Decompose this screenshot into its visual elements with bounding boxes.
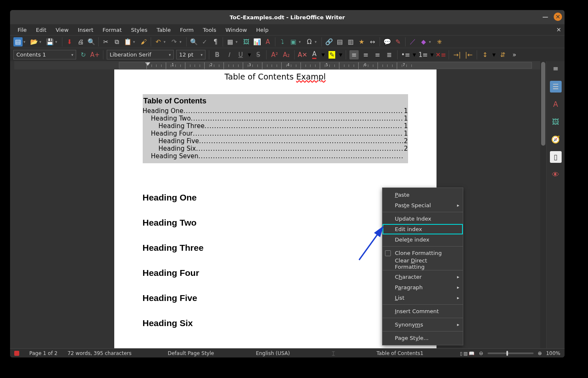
status-selection-mode[interactable]: ⌶ [332, 350, 335, 356]
endnote-icon[interactable]: ▥ [346, 37, 355, 46]
style-inspector-icon[interactable]: 👁 [550, 169, 562, 180]
line-spacing-icon[interactable]: ↕ [480, 50, 490, 59]
update-style-icon[interactable]: ↻ [79, 50, 88, 59]
context-menu-item[interactable]: Page Style... [383, 333, 463, 343]
toc-entry[interactable]: Heading One.............................… [143, 107, 408, 115]
context-menu-item[interactable]: Paragraph [383, 282, 463, 293]
context-menu-item[interactable]: Paste [383, 190, 463, 200]
para-spacing-icon[interactable]: ⇵ [498, 50, 507, 59]
formatting-marks-icon[interactable]: ¶ [211, 37, 220, 46]
menu-edit[interactable]: Edit [32, 26, 51, 34]
decrease-indent-icon[interactable]: |← [464, 50, 473, 59]
superscript-icon[interactable]: A² [270, 50, 279, 59]
body-heading[interactable]: Heading One [143, 193, 408, 203]
page-panel-icon[interactable]: ▯ [550, 151, 562, 163]
horizontal-ruler[interactable]: 1234567 [14, 61, 540, 69]
modified-icon[interactable] [14, 351, 19, 356]
dropdown-icon[interactable]: ▾ [180, 40, 184, 44]
body-heading[interactable]: Heading Four [143, 268, 408, 278]
menu-form[interactable]: Form [176, 26, 198, 34]
align-justify-icon[interactable]: ≣ [385, 50, 394, 59]
spellcheck-icon[interactable]: ✓ [200, 37, 209, 46]
line-icon[interactable]: ／ [408, 37, 417, 46]
save-icon[interactable]: 💾 [45, 37, 54, 46]
context-menu-item[interactable]: Character [383, 272, 463, 282]
context-menu-item[interactable]: Clone Formatting [383, 248, 463, 258]
redo-icon[interactable]: ↷ [169, 37, 179, 46]
context-menu-item[interactable]: Synonyms [383, 319, 463, 330]
dropdown-icon[interactable]: ▾ [299, 40, 303, 44]
body-heading[interactable]: Heading Five [143, 293, 408, 303]
indent-marker-icon[interactable] [145, 62, 150, 66]
document-scroll[interactable]: Table of Contents Exampl Table of Conten… [10, 69, 540, 348]
dropdown-icon[interactable]: ▾ [164, 40, 168, 44]
menu-insert[interactable]: Insert [74, 26, 98, 34]
styles-panel-icon[interactable]: A [550, 98, 562, 110]
hyperlink-icon[interactable]: 🔗 [324, 37, 334, 46]
print-preview-icon[interactable]: 🔍 [87, 37, 96, 46]
scrollbar-thumb[interactable] [541, 62, 545, 146]
dropdown-icon[interactable]: ▾ [23, 40, 28, 44]
context-menu-item[interactable]: Edit index [383, 224, 463, 234]
page-break-icon[interactable]: ⤵ [278, 37, 287, 46]
insert-chart-icon[interactable]: 📊 [252, 37, 262, 46]
clear-format-icon[interactable]: A✕ [298, 50, 307, 59]
context-menu-item[interactable]: Paste Special [383, 200, 463, 211]
align-center-icon[interactable]: ≡ [361, 50, 370, 59]
toc-entry[interactable]: Heading Six.............................… [143, 145, 408, 152]
toc-entry[interactable]: Heading Two.............................… [143, 115, 408, 122]
insert-textbox-icon[interactable]: A [263, 37, 272, 46]
menu-format[interactable]: Format [98, 26, 126, 34]
bookmark-icon[interactable]: ★ [357, 37, 366, 46]
bold-icon[interactable]: B [213, 50, 222, 59]
context-menu-item[interactable]: Update Index [383, 213, 463, 224]
track-changes-icon[interactable]: ✎ [393, 37, 403, 46]
zoom-thumb[interactable] [506, 351, 508, 356]
minimize-button[interactable]: — [541, 13, 549, 21]
zoom-slider[interactable] [488, 352, 534, 354]
highlight-icon[interactable]: ✎ [327, 50, 336, 59]
find-replace-icon[interactable]: 🔍 [189, 37, 198, 46]
body-heading[interactable]: Heading Six [143, 318, 408, 328]
special-char-icon[interactable]: Ω [305, 37, 314, 46]
status-page-style[interactable]: Default Page Style [168, 350, 214, 356]
dropdown-icon[interactable]: ▾ [133, 40, 137, 44]
context-menu-item[interactable]: Insert Comment [383, 306, 463, 316]
document-body[interactable]: Heading OneHeading TwoHeading ThreeHeadi… [143, 193, 408, 328]
gallery-panel-icon[interactable]: 🖼 [550, 116, 562, 128]
print-icon[interactable]: 🖨 [76, 37, 85, 46]
body-heading[interactable]: Heading Three [143, 243, 408, 253]
dropdown-icon[interactable]: ▾ [321, 51, 325, 59]
dropdown-icon[interactable]: ▾ [339, 51, 342, 59]
dropdown-icon[interactable]: ▾ [492, 51, 496, 59]
menu-table[interactable]: Table [152, 26, 175, 34]
dropdown-icon[interactable]: ▾ [315, 40, 319, 44]
strike-icon[interactable]: S [254, 50, 263, 59]
properties-panel-icon[interactable]: ☰ [550, 81, 562, 93]
toc-entry[interactable]: Heading Three...........................… [143, 122, 408, 130]
menu-file[interactable]: File [13, 26, 31, 34]
paragraph-style-combo[interactable]: Contents 1 ▾ [13, 50, 76, 59]
basic-shapes-icon[interactable]: ◆ [419, 37, 428, 46]
context-menu-item[interactable]: Clear Direct Formatting [383, 258, 463, 269]
dropdown-icon[interactable]: ▾ [429, 40, 433, 44]
menu-window[interactable]: Window [221, 26, 251, 34]
vertical-scrollbar[interactable] [540, 61, 546, 348]
dropdown-icon[interactable]: ▾ [55, 40, 59, 44]
view-layout-icons[interactable]: ▯▥📖 [460, 350, 475, 356]
close-document-button[interactable]: ✕ [556, 26, 561, 33]
toc-entry[interactable]: Heading Four............................… [143, 130, 408, 137]
subscript-icon[interactable]: A₂ [282, 50, 291, 59]
paste-icon[interactable]: 📋 [123, 37, 132, 46]
table-of-contents[interactable]: Table of Contents Heading One...........… [143, 94, 408, 163]
underline-icon[interactable]: U [236, 50, 245, 59]
footnote-icon[interactable]: ▤ [335, 37, 344, 46]
open-icon[interactable]: 📂 [29, 37, 39, 46]
clone-format-icon[interactable]: 🖌 [139, 37, 148, 46]
draw-functions-icon[interactable]: ⛯ [435, 37, 444, 46]
align-right-icon[interactable]: ≡ [373, 50, 382, 59]
no-list-icon[interactable]: ✕≡ [436, 50, 445, 59]
status-wordcount[interactable]: 72 words, 395 characters [67, 350, 131, 356]
dropdown-icon[interactable]: ▾ [430, 51, 434, 59]
sidebar-menu-icon[interactable]: ≡ [553, 64, 558, 72]
